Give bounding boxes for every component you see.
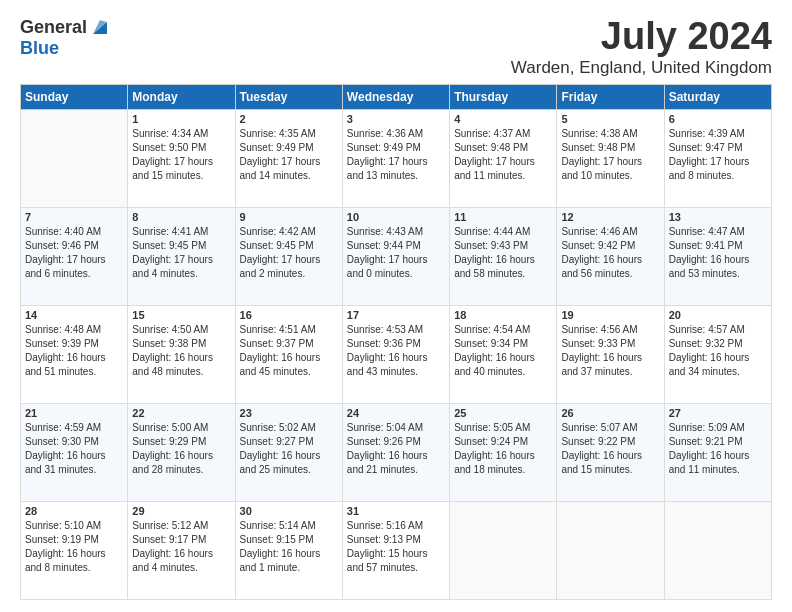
cell-text: Sunrise: 4:35 AMSunset: 9:49 PMDaylight:…: [240, 128, 321, 181]
table-row: 25Sunrise: 5:05 AMSunset: 9:24 PMDayligh…: [450, 403, 557, 501]
col-monday: Monday: [128, 84, 235, 109]
cell-text: Sunrise: 5:02 AMSunset: 9:27 PMDaylight:…: [240, 422, 321, 475]
calendar-week-row: 7Sunrise: 4:40 AMSunset: 9:46 PMDaylight…: [21, 207, 772, 305]
table-row: 1Sunrise: 4:34 AMSunset: 9:50 PMDaylight…: [128, 109, 235, 207]
calendar-week-row: 1Sunrise: 4:34 AMSunset: 9:50 PMDaylight…: [21, 109, 772, 207]
table-row: 18Sunrise: 4:54 AMSunset: 9:34 PMDayligh…: [450, 305, 557, 403]
cell-text: Sunrise: 4:54 AMSunset: 9:34 PMDaylight:…: [454, 324, 535, 377]
calendar-week-row: 28Sunrise: 5:10 AMSunset: 9:19 PMDayligh…: [21, 501, 772, 599]
cell-text: Sunrise: 4:43 AMSunset: 9:44 PMDaylight:…: [347, 226, 428, 279]
day-number: 17: [347, 309, 445, 321]
day-number: 28: [25, 505, 123, 517]
table-row: 12Sunrise: 4:46 AMSunset: 9:42 PMDayligh…: [557, 207, 664, 305]
cell-text: Sunrise: 4:39 AMSunset: 9:47 PMDaylight:…: [669, 128, 750, 181]
cell-text: Sunrise: 5:12 AMSunset: 9:17 PMDaylight:…: [132, 520, 213, 573]
day-number: 8: [132, 211, 230, 223]
day-number: 26: [561, 407, 659, 419]
day-number: 7: [25, 211, 123, 223]
table-row: 29Sunrise: 5:12 AMSunset: 9:17 PMDayligh…: [128, 501, 235, 599]
table-row: 22Sunrise: 5:00 AMSunset: 9:29 PMDayligh…: [128, 403, 235, 501]
day-number: 18: [454, 309, 552, 321]
day-number: 15: [132, 309, 230, 321]
cell-text: Sunrise: 4:36 AMSunset: 9:49 PMDaylight:…: [347, 128, 428, 181]
cell-text: Sunrise: 4:57 AMSunset: 9:32 PMDaylight:…: [669, 324, 750, 377]
table-row: [664, 501, 771, 599]
col-thursday: Thursday: [450, 84, 557, 109]
day-number: 25: [454, 407, 552, 419]
day-number: 27: [669, 407, 767, 419]
cell-text: Sunrise: 5:14 AMSunset: 9:15 PMDaylight:…: [240, 520, 321, 573]
cell-text: Sunrise: 5:00 AMSunset: 9:29 PMDaylight:…: [132, 422, 213, 475]
table-row: 11Sunrise: 4:44 AMSunset: 9:43 PMDayligh…: [450, 207, 557, 305]
table-row: 30Sunrise: 5:14 AMSunset: 9:15 PMDayligh…: [235, 501, 342, 599]
table-row: 20Sunrise: 4:57 AMSunset: 9:32 PMDayligh…: [664, 305, 771, 403]
table-row: 7Sunrise: 4:40 AMSunset: 9:46 PMDaylight…: [21, 207, 128, 305]
day-number: 10: [347, 211, 445, 223]
logo-blue-text: Blue: [20, 38, 59, 58]
logo-icon: [89, 16, 111, 38]
table-row: 27Sunrise: 5:09 AMSunset: 9:21 PMDayligh…: [664, 403, 771, 501]
day-number: 1: [132, 113, 230, 125]
cell-text: Sunrise: 4:50 AMSunset: 9:38 PMDaylight:…: [132, 324, 213, 377]
table-row: 4Sunrise: 4:37 AMSunset: 9:48 PMDaylight…: [450, 109, 557, 207]
cell-text: Sunrise: 4:59 AMSunset: 9:30 PMDaylight:…: [25, 422, 106, 475]
day-number: 20: [669, 309, 767, 321]
table-row: 23Sunrise: 5:02 AMSunset: 9:27 PMDayligh…: [235, 403, 342, 501]
calendar-week-row: 21Sunrise: 4:59 AMSunset: 9:30 PMDayligh…: [21, 403, 772, 501]
table-row: 6Sunrise: 4:39 AMSunset: 9:47 PMDaylight…: [664, 109, 771, 207]
day-number: 3: [347, 113, 445, 125]
table-row: 19Sunrise: 4:56 AMSunset: 9:33 PMDayligh…: [557, 305, 664, 403]
table-row: [557, 501, 664, 599]
day-number: 29: [132, 505, 230, 517]
day-number: 5: [561, 113, 659, 125]
day-number: 30: [240, 505, 338, 517]
table-row: 9Sunrise: 4:42 AMSunset: 9:45 PMDaylight…: [235, 207, 342, 305]
cell-text: Sunrise: 4:40 AMSunset: 9:46 PMDaylight:…: [25, 226, 106, 279]
table-row: 24Sunrise: 5:04 AMSunset: 9:26 PMDayligh…: [342, 403, 449, 501]
main-title: July 2024: [511, 16, 772, 58]
day-number: 21: [25, 407, 123, 419]
day-number: 23: [240, 407, 338, 419]
day-number: 14: [25, 309, 123, 321]
cell-text: Sunrise: 4:38 AMSunset: 9:48 PMDaylight:…: [561, 128, 642, 181]
header: General Blue July 2024 Warden, England, …: [20, 16, 772, 78]
table-row: 13Sunrise: 4:47 AMSunset: 9:41 PMDayligh…: [664, 207, 771, 305]
table-row: 28Sunrise: 5:10 AMSunset: 9:19 PMDayligh…: [21, 501, 128, 599]
day-number: 6: [669, 113, 767, 125]
cell-text: Sunrise: 4:41 AMSunset: 9:45 PMDaylight:…: [132, 226, 213, 279]
cell-text: Sunrise: 4:56 AMSunset: 9:33 PMDaylight:…: [561, 324, 642, 377]
day-number: 13: [669, 211, 767, 223]
table-row: [450, 501, 557, 599]
day-number: 19: [561, 309, 659, 321]
subtitle: Warden, England, United Kingdom: [511, 58, 772, 78]
table-row: 17Sunrise: 4:53 AMSunset: 9:36 PMDayligh…: [342, 305, 449, 403]
col-saturday: Saturday: [664, 84, 771, 109]
day-number: 4: [454, 113, 552, 125]
logo: General Blue: [20, 16, 111, 59]
cell-text: Sunrise: 4:42 AMSunset: 9:45 PMDaylight:…: [240, 226, 321, 279]
calendar-header-row: Sunday Monday Tuesday Wednesday Thursday…: [21, 84, 772, 109]
cell-text: Sunrise: 4:34 AMSunset: 9:50 PMDaylight:…: [132, 128, 213, 181]
day-number: 24: [347, 407, 445, 419]
cell-text: Sunrise: 4:37 AMSunset: 9:48 PMDaylight:…: [454, 128, 535, 181]
calendar-week-row: 14Sunrise: 4:48 AMSunset: 9:39 PMDayligh…: [21, 305, 772, 403]
day-number: 9: [240, 211, 338, 223]
cell-text: Sunrise: 4:46 AMSunset: 9:42 PMDaylight:…: [561, 226, 642, 279]
day-number: 16: [240, 309, 338, 321]
cell-text: Sunrise: 4:51 AMSunset: 9:37 PMDaylight:…: [240, 324, 321, 377]
day-number: 31: [347, 505, 445, 517]
logo-general-text: General: [20, 17, 87, 38]
day-number: 12: [561, 211, 659, 223]
cell-text: Sunrise: 5:09 AMSunset: 9:21 PMDaylight:…: [669, 422, 750, 475]
cell-text: Sunrise: 4:47 AMSunset: 9:41 PMDaylight:…: [669, 226, 750, 279]
cell-text: Sunrise: 5:07 AMSunset: 9:22 PMDaylight:…: [561, 422, 642, 475]
cell-text: Sunrise: 5:16 AMSunset: 9:13 PMDaylight:…: [347, 520, 428, 573]
table-row: 10Sunrise: 4:43 AMSunset: 9:44 PMDayligh…: [342, 207, 449, 305]
cell-text: Sunrise: 5:04 AMSunset: 9:26 PMDaylight:…: [347, 422, 428, 475]
table-row: 31Sunrise: 5:16 AMSunset: 9:13 PMDayligh…: [342, 501, 449, 599]
table-row: 5Sunrise: 4:38 AMSunset: 9:48 PMDaylight…: [557, 109, 664, 207]
cell-text: Sunrise: 5:10 AMSunset: 9:19 PMDaylight:…: [25, 520, 106, 573]
day-number: 2: [240, 113, 338, 125]
day-number: 11: [454, 211, 552, 223]
col-tuesday: Tuesday: [235, 84, 342, 109]
